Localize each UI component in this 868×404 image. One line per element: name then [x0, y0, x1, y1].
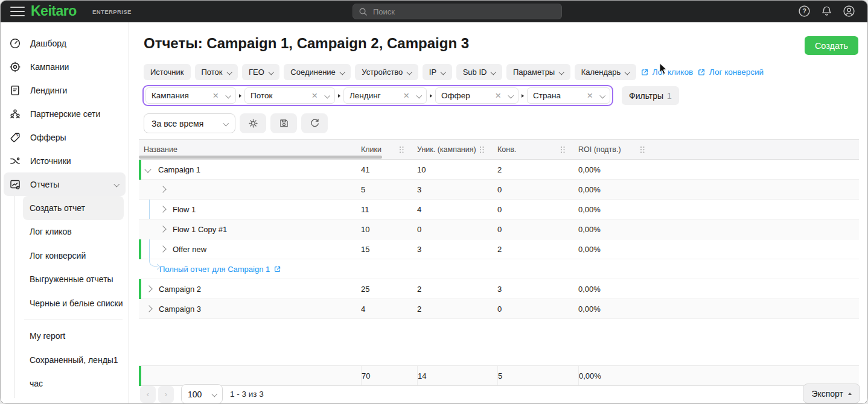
cell-clicks: 5	[361, 185, 417, 194]
click-log-link[interactable]: Лог кликов	[640, 68, 693, 77]
sidebar-subitem-conversion-log[interactable]: Лог конверсий	[14, 244, 129, 268]
grouping-select-flow[interactable]: Поток✕	[244, 87, 335, 104]
drag-handle-icon[interactable]	[561, 147, 565, 153]
table-row-flow-1[interactable]: Flow 1 11 4 0 0,00%	[139, 200, 859, 219]
horizontal-scrollbar-thumb[interactable]	[139, 156, 382, 159]
subitem-label: Создать отчет	[30, 203, 85, 213]
chevron-down-icon	[407, 69, 412, 75]
expand-row-icon[interactable]	[145, 285, 152, 292]
cell-unique: 3	[417, 185, 497, 194]
affiliate-networks-icon	[9, 108, 21, 120]
remove-icon[interactable]: ✕	[587, 91, 593, 100]
table-row-campaign-3[interactable]: Campaign 3 4 2 0 0,00%	[139, 299, 859, 319]
chevron-down-icon	[324, 93, 330, 98]
sidebar-saved-report-1[interactable]: My report	[14, 324, 129, 349]
drag-handle-icon[interactable]	[480, 147, 484, 153]
prev-page-button[interactable]: ‹	[140, 386, 156, 403]
account-icon[interactable]	[843, 5, 855, 17]
filter-chip-geo[interactable]: ГЕО	[242, 64, 279, 80]
filter-chip-parameters[interactable]: Параметры	[506, 64, 570, 80]
grouping-select-landing[interactable]: Лендинг✕	[343, 87, 427, 104]
expand-row-icon[interactable]	[159, 245, 166, 252]
date-range-select[interactable]: За все время	[144, 113, 235, 133]
filter-chip-flow[interactable]: Поток	[195, 64, 238, 80]
column-header-name[interactable]: Название	[139, 145, 361, 154]
expand-row-icon[interactable]	[159, 186, 166, 192]
sidebar-item-affiliate-networks[interactable]: Партнерские сети	[4, 102, 126, 125]
collapse-row-icon[interactable]	[144, 166, 151, 172]
grouping-select-campaign[interactable]: Кампания✕	[145, 87, 236, 104]
table-row-campaign-1[interactable]: Campaign 1 41 10 2 0,00%	[139, 160, 859, 180]
sidebar-subitem-click-log[interactable]: Лог кликов	[14, 220, 129, 244]
cell-conversions: 0	[497, 225, 578, 234]
grouping-row: Кампания✕ Поток✕ Лендинг✕ Оффер✕ Страна✕…	[142, 85, 679, 106]
arrow-separator-icon	[430, 94, 432, 98]
select-label: Оффер	[441, 91, 470, 100]
column-label: Название	[144, 145, 177, 154]
chip-label: Источник	[150, 68, 184, 77]
chip-label: Календарь	[581, 68, 621, 77]
export-button[interactable]: Экспорт	[803, 383, 860, 403]
sidebar-item-reports[interactable]: Отчеты	[4, 172, 126, 196]
sidebar-item-dashboard[interactable]: Дашборд	[4, 31, 126, 55]
notifications-bell-icon[interactable]	[820, 5, 833, 17]
sources-icon	[9, 155, 21, 167]
sidebar-item-sources[interactable]: Источники	[4, 149, 126, 172]
remove-icon[interactable]: ✕	[403, 91, 409, 100]
filters-button[interactable]: Фильтры1	[622, 86, 679, 105]
sidebar-subitem-black-white-lists[interactable]: Черные и белые списки	[14, 291, 129, 315]
cell-roi: 0,00%	[578, 285, 646, 294]
filter-chip-ip[interactable]: IP	[423, 64, 452, 80]
refresh-button[interactable]	[301, 113, 328, 133]
settings-button[interactable]	[240, 113, 266, 133]
expand-row-icon[interactable]	[159, 226, 166, 232]
next-page-button[interactable]: ›	[158, 386, 174, 403]
conversion-log-link[interactable]: Лог конверсий	[697, 68, 764, 77]
sidebar-item-landings[interactable]: Лендинги	[4, 78, 126, 102]
sidebar-item-offers[interactable]: $ Офферы	[4, 125, 126, 149]
full-report-link[interactable]: Полный отчет для Campaign 1	[139, 265, 859, 274]
filter-chip-subid[interactable]: Sub ID	[456, 64, 502, 80]
date-range-value: За все время	[152, 119, 203, 128]
drag-handle-icon[interactable]	[640, 147, 645, 153]
filter-chip-source[interactable]: Источник	[144, 64, 191, 80]
drag-handle-icon[interactable]	[400, 147, 404, 153]
remove-icon[interactable]: ✕	[311, 91, 318, 100]
sidebar-subitem-exported-reports[interactable]: Выгруженные отчеты	[14, 268, 129, 292]
column-header-unique[interactable]: Уник. (кампания)	[417, 145, 497, 154]
filter-chip-connection[interactable]: Соединение	[284, 64, 351, 80]
table-row-flow-1-copy[interactable]: Flow 1 Copy #1 10 0 0 0,00%	[139, 219, 859, 239]
page-size-select[interactable]: 100	[181, 384, 223, 404]
expand-row-icon[interactable]	[145, 305, 152, 312]
sidebar-subitem-create-report[interactable]: Создать отчет	[23, 196, 124, 220]
subitem-label: Сохраненный, ленды1	[30, 355, 118, 365]
save-report-button[interactable]	[270, 113, 297, 133]
remove-icon[interactable]: ✕	[212, 91, 219, 100]
main-content: Отчеты: Campaign 1, Campaign 2, Campaign…	[130, 22, 867, 403]
cell-conversions: 0	[497, 185, 578, 194]
column-header-roi[interactable]: ROI (подтв.)	[578, 145, 646, 154]
column-header-clicks[interactable]: Клики	[361, 145, 417, 154]
help-icon[interactable]: ?	[798, 5, 811, 17]
grouping-select-offer[interactable]: Оффер✕	[435, 87, 519, 104]
filter-chip-device[interactable]: Устройство	[355, 64, 418, 80]
table-row-unnamed-flow[interactable]: 5 3 0 0,00%	[139, 180, 859, 200]
hamburger-menu-icon[interactable]	[10, 7, 25, 16]
expand-row-icon[interactable]	[159, 206, 166, 212]
link-label: Полный отчет для Campaign 1	[159, 265, 270, 274]
grouping-select-country[interactable]: Страна✕	[527, 87, 610, 104]
remove-icon[interactable]: ✕	[495, 91, 501, 100]
sidebar-saved-report-3[interactable]: час	[14, 372, 129, 396]
sidebar-saved-report-2[interactable]: Сохраненный, ленды1	[14, 348, 129, 372]
filters-label: Фильтры	[629, 91, 663, 101]
table-row-campaign-2[interactable]: Campaign 2 25 2 3 0,00%	[139, 279, 859, 299]
column-header-conversions[interactable]: Конв.	[497, 145, 578, 154]
cell-conversions: 3	[497, 285, 578, 294]
search-bar[interactable]	[353, 4, 562, 19]
filter-chip-calendar[interactable]: Календарь	[575, 64, 636, 80]
sidebar-item-campaigns[interactable]: Кампании	[4, 55, 126, 78]
search-input[interactable]	[372, 7, 543, 17]
create-button[interactable]: Создать	[805, 36, 858, 55]
table-row-offer-new[interactable]: Offer new 15 3 2 0,00%	[139, 239, 859, 259]
brand-logo: Keitaro	[31, 3, 77, 19]
